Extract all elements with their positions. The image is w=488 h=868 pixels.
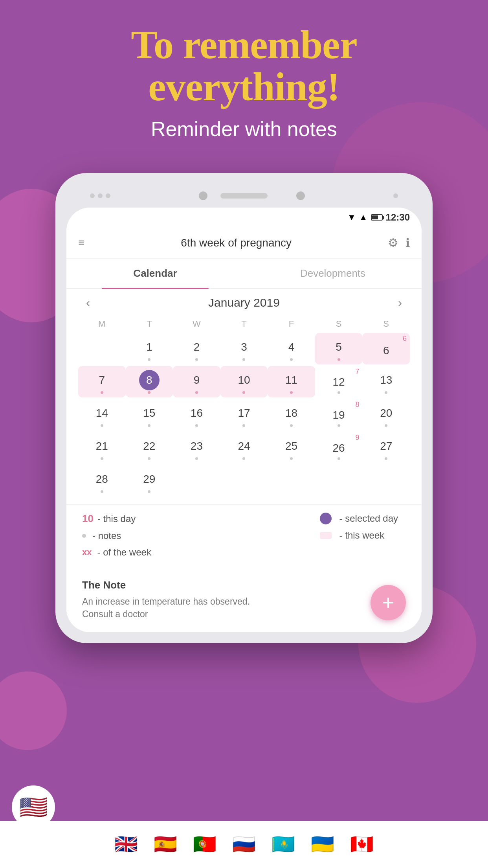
cal-cell-4[interactable]: 4 xyxy=(268,333,315,364)
cal-cell-21[interactable]: 21 xyxy=(78,432,126,463)
cal-cell-7[interactable]: 7 xyxy=(78,366,126,397)
cal-cell-24[interactable]: 24 xyxy=(220,432,268,463)
cal-dot xyxy=(385,391,387,394)
cal-dot xyxy=(148,424,150,427)
cal-dot xyxy=(242,391,245,394)
legend-week-rect xyxy=(320,532,332,539)
cal-dot xyxy=(148,358,150,361)
status-time: 12:30 xyxy=(386,212,410,223)
phone-screen: ▼ ▲ 12:30 ≡ 6th week of pregnancy ⚙ ℹ xyxy=(66,208,422,632)
cal-cell-19[interactable]: 8 19 xyxy=(315,399,363,430)
day-header-w: W xyxy=(173,316,220,331)
flag-pt[interactable]: 🇵🇹 xyxy=(193,833,216,855)
calendar-nav: ‹ January 2019 › xyxy=(74,289,414,316)
legend-notes: - notes xyxy=(82,530,151,541)
cal-dot xyxy=(195,358,198,361)
cal-cell-13[interactable]: 13 xyxy=(362,366,410,397)
cal-cell-2[interactable]: 2 xyxy=(173,333,220,364)
cal-cell-12[interactable]: 7 12 xyxy=(315,366,363,397)
cal-cell-29[interactable]: 29 xyxy=(126,465,173,497)
header-action-icons: ⚙ ℹ xyxy=(388,236,410,250)
cal-dot xyxy=(101,391,103,394)
legend-this-week: - this week xyxy=(320,530,398,541)
cal-cell-6[interactable]: 6 6 xyxy=(362,333,410,364)
cal-cell-9[interactable]: 9 xyxy=(173,366,220,397)
phone-speaker xyxy=(220,193,268,199)
day-header-t1: T xyxy=(126,316,173,331)
tab-calendar[interactable]: Calendar xyxy=(66,259,244,288)
next-month-button[interactable]: › xyxy=(398,296,402,309)
cal-cell-23[interactable]: 23 xyxy=(173,432,220,463)
cal-cell-27[interactable]: 27 xyxy=(362,432,410,463)
phone-dots-left xyxy=(90,193,110,198)
phone-dot xyxy=(393,193,398,198)
flag-kz[interactable]: 🇰🇿 xyxy=(272,833,295,855)
tab-developments[interactable]: Developments xyxy=(244,259,422,288)
us-flag-circle: 🇺🇸 xyxy=(12,785,55,829)
cal-cell-18[interactable]: 18 xyxy=(268,399,315,430)
week-number-7: 7 xyxy=(355,368,359,376)
cal-cell-26[interactable]: 9 26 xyxy=(315,432,363,463)
cal-cell-14[interactable]: 14 xyxy=(78,399,126,430)
legend-this-day: 10 - this day xyxy=(82,513,151,525)
phone-dot xyxy=(90,193,95,198)
month-year-label: January 2019 xyxy=(208,296,280,309)
signal-icon: ▲ xyxy=(359,212,368,223)
cal-cell-22[interactable]: 22 xyxy=(126,432,173,463)
status-icons: ▼ ▲ 12:30 xyxy=(347,212,410,223)
flag-es[interactable]: 🇪🇸 xyxy=(154,833,177,855)
add-button[interactable]: + xyxy=(371,585,406,620)
legend-section: 10 - this day - notes xx - of the week xyxy=(66,504,422,571)
cal-dot xyxy=(290,358,293,361)
cal-cell-10[interactable]: 10 xyxy=(220,366,268,397)
cal-cell-1[interactable]: 1 xyxy=(126,333,173,364)
phone-mockup: ▼ ▲ 12:30 ≡ 6th week of pregnancy ⚙ ℹ xyxy=(55,173,433,643)
info-icon[interactable]: ℹ xyxy=(405,236,410,250)
cal-cell-8[interactable]: 8 xyxy=(126,366,173,397)
legend-left-col: 10 - this day - notes xx - of the week xyxy=(82,513,151,563)
cal-dot xyxy=(385,424,387,427)
cal-cell-5[interactable]: 5 xyxy=(315,333,363,364)
app-content: ‹ January 2019 › M T W T F S S xyxy=(66,289,422,632)
legend-dot-icon xyxy=(82,534,86,538)
flag-uk[interactable]: 🇬🇧 xyxy=(114,833,138,855)
legend-selected-day: - selected day xyxy=(320,513,398,524)
prev-month-button[interactable]: ‹ xyxy=(86,296,90,309)
phone-top-bar xyxy=(66,184,422,208)
phone-dot xyxy=(106,193,110,198)
cal-cell-25[interactable]: 25 xyxy=(268,432,315,463)
status-bar: ▼ ▲ 12:30 xyxy=(66,208,422,227)
flag-ru[interactable]: 🇷🇺 xyxy=(232,833,256,855)
settings-icon[interactable]: ⚙ xyxy=(388,236,398,250)
cal-cell-3[interactable]: 3 xyxy=(220,333,268,364)
note-text: An increase in temperature has observed.… xyxy=(82,595,406,620)
cal-dot xyxy=(242,457,245,460)
phone-camera xyxy=(199,191,207,200)
cal-dot xyxy=(290,391,293,394)
subtitle: Reminder with notes xyxy=(0,117,488,141)
flag-ca[interactable]: 🇨🇦 xyxy=(350,833,374,855)
day-header-t2: T xyxy=(220,316,268,331)
cal-cell-28[interactable]: 28 xyxy=(78,465,126,497)
legend-day-number: 10 xyxy=(82,513,94,525)
day-header-f: F xyxy=(268,316,315,331)
note-section: The Note An increase in temperature has … xyxy=(66,571,422,632)
cal-cell-20[interactable]: 20 xyxy=(362,399,410,430)
main-title: To remember everything! xyxy=(0,24,488,108)
cal-cell-11[interactable]: 11 xyxy=(268,366,315,397)
cal-dot xyxy=(385,457,387,460)
legend-notes-label: - notes xyxy=(92,530,121,541)
phone-dots-right xyxy=(393,193,398,198)
note-title: The Note xyxy=(82,579,406,591)
menu-icon[interactable]: ≡ xyxy=(78,237,84,249)
flag-ua[interactable]: 🇺🇦 xyxy=(311,833,334,855)
flags-bar: 🇬🇧 🇪🇸 🇵🇹 🇷🇺 🇰🇿 🇺🇦 🇨🇦 xyxy=(0,821,488,868)
wifi-icon: ▼ xyxy=(347,212,356,223)
cal-dot xyxy=(242,424,245,427)
cal-dot xyxy=(148,391,150,394)
cal-cell-15[interactable]: 15 xyxy=(126,399,173,430)
day-headers: M T W T F S S xyxy=(74,316,414,331)
cal-cell-16[interactable]: 16 xyxy=(173,399,220,430)
cal-cell-17[interactable]: 17 xyxy=(220,399,268,430)
cal-dot xyxy=(195,391,198,394)
